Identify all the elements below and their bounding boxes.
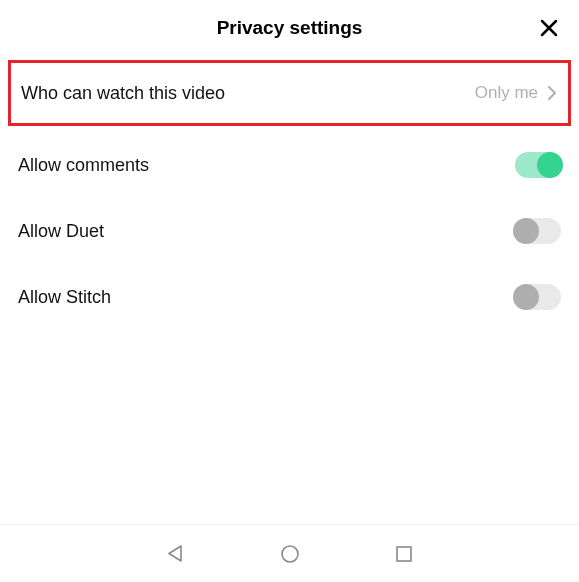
- svg-point-3: [282, 546, 298, 562]
- who-can-watch-right: Only me: [475, 83, 558, 103]
- allow-stitch-row: Allow Stitch: [4, 264, 575, 330]
- square-recent-icon: [395, 545, 413, 563]
- who-can-watch-value: Only me: [475, 83, 538, 103]
- close-button[interactable]: [537, 16, 561, 40]
- who-can-watch-label: Who can watch this video: [21, 83, 225, 104]
- header: Privacy settings: [0, 0, 579, 56]
- svg-marker-2: [169, 546, 181, 561]
- allow-comments-row: Allow comments: [4, 132, 575, 198]
- allow-comments-toggle[interactable]: [515, 152, 561, 178]
- toggle-knob: [513, 218, 539, 244]
- toggle-knob: [513, 284, 539, 310]
- svg-rect-4: [397, 547, 411, 561]
- allow-stitch-label: Allow Stitch: [18, 287, 111, 308]
- nav-recent-button[interactable]: [392, 542, 416, 566]
- toggle-knob: [537, 152, 563, 178]
- allow-duet-row: Allow Duet: [4, 198, 575, 264]
- chevron-right-icon: [546, 85, 558, 101]
- allow-stitch-toggle[interactable]: [515, 284, 561, 310]
- nav-home-button[interactable]: [278, 542, 302, 566]
- nav-back-button[interactable]: [164, 542, 188, 566]
- triangle-back-icon: [166, 544, 185, 563]
- allow-duet-toggle[interactable]: [515, 218, 561, 244]
- android-navbar: [0, 524, 579, 582]
- page-title: Privacy settings: [217, 17, 363, 39]
- who-can-watch-row[interactable]: Who can watch this video Only me: [8, 60, 571, 126]
- allow-duet-label: Allow Duet: [18, 221, 104, 242]
- allow-comments-label: Allow comments: [18, 155, 149, 176]
- close-icon: [540, 19, 558, 37]
- circle-home-icon: [280, 544, 300, 564]
- settings-list: Who can watch this video Only me Allow c…: [0, 56, 579, 524]
